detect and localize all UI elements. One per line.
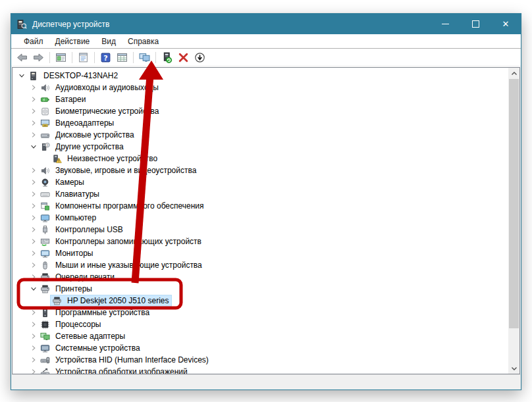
tree-item[interactable]: Компьютер: [39, 213, 98, 223]
toolbar-separator: [72, 52, 72, 63]
chevron-right-icon[interactable]: [28, 224, 39, 235]
tree-row[interactable]: Программные устройства: [13, 307, 508, 318]
tree-item[interactable]: ?Другие устройства: [39, 141, 126, 152]
tree-item[interactable]: Процессоры: [39, 319, 103, 330]
forward-button[interactable]: [31, 50, 46, 65]
tree-row[interactable]: HP Deskjet 2050 J510 series: [13, 295, 508, 307]
chevron-right-icon[interactable]: [28, 272, 39, 282]
chevron-right-icon[interactable]: [28, 130, 39, 140]
help-button[interactable]: ?: [98, 50, 113, 65]
tree-row[interactable]: Компоненты программного обеспечения: [13, 200, 508, 212]
tree-item[interactable]: Батареи: [39, 94, 88, 105]
tree-item-selected[interactable]: HP Deskjet 2050 J510 series: [51, 295, 171, 306]
tree-row[interactable]: DESKTOP-413NAH2: [13, 70, 508, 82]
tree-row[interactable]: Устройства HID (Human Interface Devices): [13, 354, 508, 366]
chevron-right-icon[interactable]: [28, 213, 39, 223]
tree-row[interactable]: Системные устройства: [13, 342, 508, 354]
tree-item[interactable]: Видеоадаптеры: [39, 118, 116, 128]
scroll-down-button[interactable]: [508, 363, 519, 374]
tree-item[interactable]: Принтеры: [39, 284, 94, 294]
tree-item[interactable]: Компоненты программного обеспечения: [39, 201, 206, 211]
chevron-right-icon[interactable]: [28, 343, 39, 353]
tree-item[interactable]: Сетевые адаптеры: [39, 331, 127, 341]
tree-row[interactable]: Видеоадаптеры: [13, 117, 508, 129]
tree-row[interactable]: Очереди печати: [13, 271, 508, 283]
tree-item[interactable]: Аудиовходы и аудиовыходы: [39, 82, 161, 93]
tree-row[interactable]: Мониторы: [13, 247, 508, 259]
chevron-down-icon[interactable]: [28, 141, 39, 152]
scrollbar-track[interactable]: [508, 79, 519, 363]
menu-item-0[interactable]: Файл: [18, 36, 49, 47]
chevron-right-icon[interactable]: [28, 366, 39, 374]
tree-row[interactable]: Клавиатуры: [13, 188, 508, 200]
tree-item[interactable]: Программные устройства: [39, 307, 151, 318]
chevron-right-icon[interactable]: [28, 165, 39, 176]
tree-row[interactable]: Камеры: [13, 176, 508, 188]
tree-row[interactable]: Процессоры: [13, 318, 508, 330]
tree-row[interactable]: Принтеры: [13, 283, 508, 295]
chevron-right-icon[interactable]: [28, 307, 39, 318]
tree-row[interactable]: Сетевые адаптеры: [13, 330, 508, 342]
devices-view-button[interactable]: [115, 50, 130, 65]
tree-row[interactable]: Аудиовходы и аудиовыходы: [13, 82, 508, 93]
tree-row[interactable]: Батареи: [13, 93, 508, 105]
chevron-right-icon[interactable]: [28, 236, 39, 247]
back-button[interactable]: [14, 50, 30, 65]
tree-row[interactable]: Мыши и иные указывающие устройства: [13, 259, 508, 271]
tree-item[interactable]: Устройства обработки изображений: [39, 366, 190, 374]
chevron-right-icon[interactable]: [28, 118, 39, 128]
chevron-right-icon[interactable]: [28, 82, 39, 93]
maximize-button[interactable]: [460, 14, 491, 34]
tree-row[interactable]: Дисковые устройства: [13, 129, 508, 141]
chevron-right-icon[interactable]: [28, 94, 39, 105]
show-console-tree-button[interactable]: [53, 50, 68, 65]
menu-item-2[interactable]: Вид: [95, 36, 122, 47]
tree-row[interactable]: Неизвестное устройство: [13, 153, 508, 164]
tree-item[interactable]: Контроллеры запоминающих устройств: [39, 236, 203, 247]
tree-item[interactable]: Клавиатуры: [39, 189, 101, 199]
chevron-right-icon[interactable]: [28, 189, 39, 199]
tree-row[interactable]: Компьютер: [13, 212, 508, 224]
tree-row[interactable]: Контроллеры USB: [13, 224, 508, 236]
chevron-down-icon[interactable]: [28, 284, 39, 294]
tree-item[interactable]: Контроллеры USB: [39, 224, 125, 235]
tree-item-label: Контроллеры USB: [53, 224, 125, 235]
scroll-up-button[interactable]: [508, 68, 519, 79]
disable-device-button[interactable]: [192, 50, 207, 65]
tree-row[interactable]: Биометрические устройства: [13, 105, 508, 117]
close-button[interactable]: ✕: [491, 14, 521, 34]
chevron-down-icon[interactable]: [16, 70, 27, 81]
uninstall-device-button[interactable]: [176, 50, 191, 65]
chevron-right-icon[interactable]: [28, 319, 39, 330]
tree-row[interactable]: ?Другие устройства: [13, 141, 508, 153]
menu-item-1[interactable]: Действие: [49, 36, 96, 47]
tree-item[interactable]: DESKTOP-413NAH2: [27, 70, 120, 81]
tree-item[interactable]: Биометрические устройства: [39, 106, 161, 116]
scrollbar-thumb[interactable]: [509, 79, 519, 328]
vertical-scrollbar[interactable]: [508, 68, 519, 374]
tree-row[interactable]: Контроллеры запоминающих устройств: [13, 236, 508, 247]
chevron-right-icon[interactable]: [28, 260, 39, 270]
tree-item[interactable]: Системные устройства: [39, 343, 142, 353]
menu-item-3[interactable]: Справка: [122, 36, 165, 47]
properties-button[interactable]: [76, 50, 91, 65]
tree-item[interactable]: Устройства HID (Human Interface Devices): [39, 355, 211, 365]
tree-item[interactable]: Дисковые устройства: [39, 130, 136, 140]
chevron-right-icon[interactable]: [28, 355, 39, 365]
tree-item[interactable]: Звуковые, игровые и видеоустройства: [39, 165, 198, 176]
computers-view-button[interactable]: [137, 50, 152, 65]
tree-item[interactable]: Мониторы: [39, 248, 95, 259]
tree-item[interactable]: Очереди печати: [39, 272, 117, 282]
chevron-right-icon[interactable]: [28, 106, 39, 116]
chevron-right-icon[interactable]: [28, 331, 39, 341]
chevron-right-icon[interactable]: [28, 248, 39, 259]
update-driver-button[interactable]: [159, 50, 174, 65]
tree-item[interactable]: Камеры: [39, 177, 86, 188]
tree-row[interactable]: Устройства обработки изображений: [13, 366, 508, 374]
chevron-right-icon[interactable]: [28, 201, 39, 211]
tree-item[interactable]: Неизвестное устройство: [51, 153, 159, 164]
minimize-button[interactable]: [430, 14, 460, 34]
chevron-right-icon[interactable]: [28, 177, 39, 188]
tree-item[interactable]: Мыши и иные указывающие устройства: [39, 260, 204, 270]
tree-row[interactable]: Звуковые, игровые и видеоустройства: [13, 164, 508, 176]
